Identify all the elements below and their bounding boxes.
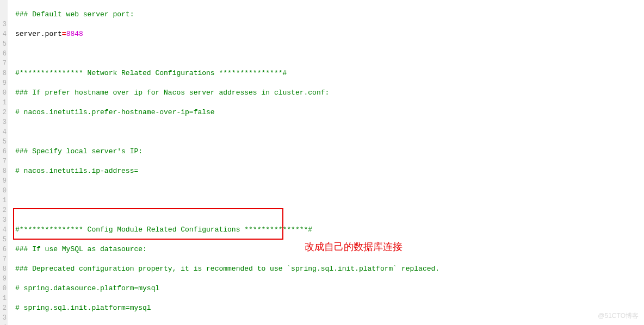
- code-line: ### If use MySQL as datasource:: [15, 245, 147, 253]
- code-line: # spring.sql.init.platform=mysql: [15, 304, 151, 312]
- prop-val: 8848: [66, 30, 83, 38]
- code-line: ### If prefer hostname over ip for Nacos…: [15, 89, 329, 97]
- line-number-gutter: 3456789012345678901234567890123456: [0, 0, 8, 325]
- code-line: ### Specify local server's IP:: [15, 147, 143, 155]
- code-line: ### Deprecated configuration property, i…: [15, 265, 439, 273]
- code-line: # nacos.inetutils.ip-address=: [15, 167, 138, 175]
- code-line: #*************** Config Module Related C…: [15, 226, 312, 234]
- watermark: @51CTO博客: [598, 311, 639, 321]
- code-line: #*************** Network Related Configu…: [15, 69, 287, 77]
- code-line: # nacos.inetutils.prefer-hostname-over-i…: [15, 108, 215, 116]
- code-line: ### Default web server port:: [15, 10, 134, 18]
- code-line: # spring.datasource.platform=mysql: [15, 284, 159, 292]
- code-area[interactable]: ### Default web server port: server.port…: [8, 0, 644, 325]
- annotation-text: 改成自己的数据库连接: [305, 240, 403, 253]
- prop-key: server.port: [15, 30, 62, 38]
